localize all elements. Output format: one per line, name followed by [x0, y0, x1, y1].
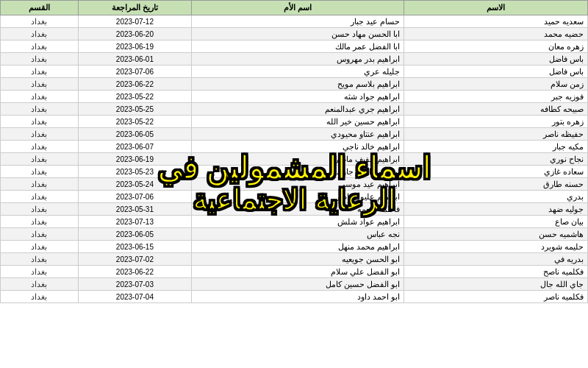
cell-mother: ابراهيم عواد شلش [191, 216, 404, 228]
data-table: الاسم اسم الأم تاريخ المراجعة القسم سعدي… [0, 0, 588, 303]
cell-date: 2023-05-23 [78, 166, 191, 178]
cell-mother: ابو الفضل علي سلام [191, 266, 404, 278]
table-row: صبيحه كطافهابراهيم جري عبدالمنعم2023-05-… [1, 103, 588, 116]
cell-city: بغداد [1, 166, 79, 178]
cell-date: 2023-05-25 [78, 103, 191, 116]
cell-date: 2023-07-04 [78, 291, 191, 303]
header-mother: اسم الأم [191, 1, 404, 15]
cell-name: صبيحه كطافه [404, 103, 587, 116]
cell-name: بدري [404, 191, 587, 203]
cell-mother: ابو الحسن جويعيه [191, 253, 404, 266]
cell-date: 2023-07-03 [78, 278, 191, 291]
table-row: حليمه شويردابراهيم محمد منهل2023-06-15بغ… [1, 241, 588, 253]
cell-date: 2023-06-15 [78, 241, 191, 253]
cell-name: زهره بتور [404, 116, 587, 128]
cell-city: بغداد [1, 191, 79, 203]
cell-name: باس فاضل [404, 66, 587, 78]
cell-mother: ابراهيم خالد ناجي [191, 141, 404, 153]
cell-city: بغداد [1, 228, 79, 241]
cell-mother: ابراهيم عليوي ناصر [191, 191, 404, 203]
cell-date: 2023-06-05 [78, 128, 191, 141]
table-row: فوزيه جبرابراهيم جواد شثه2023-05-22بغداد [1, 91, 588, 103]
cell-city: بغداد [1, 78, 79, 91]
cell-name: فكلميه ناصح [404, 266, 587, 278]
cell-date: 2023-05-22 [78, 91, 191, 103]
table-row: فكلميه ناصرابو احمد داود2023-07-04بغداد [1, 291, 588, 303]
cell-date: 2023-06-19 [78, 40, 191, 53]
cell-name: نجاح نوري [404, 153, 587, 166]
header-date: تاريخ المراجعة [78, 1, 191, 15]
table-row: هاشميه حسننجه عباس2023-06-05بغداد [1, 228, 588, 241]
cell-mother: ابو احمد داود [191, 291, 404, 303]
cell-name: زهره معان [404, 40, 587, 53]
table-row: حضيه محمدابا الحسن مهاد حسن2023-06-20بغد… [1, 28, 588, 40]
table-row: سعاده غازيابراهيم راضي جاويب2023-05-23بغ… [1, 166, 588, 178]
cell-city: بغداد [1, 141, 79, 153]
table-row: سعديه حميدحسام عيد جبار2023-07-12بغداد [1, 15, 588, 28]
cell-mother: ابراهيم جواد شثه [191, 91, 404, 103]
cell-mother: ابراهيم عنتاو محيودي [191, 128, 404, 141]
cell-mother: ابراهيم عيد موسى [191, 178, 404, 191]
cell-date: 2023-07-06 [78, 191, 191, 203]
table-row: مكيه جبارابراهيم خالد ناجي2023-06-07بغدا… [1, 141, 588, 153]
cell-mother: ابراهيم بلاسم مويح [191, 78, 404, 91]
cell-date: 2023-06-19 [78, 153, 191, 166]
cell-mother: ابراهيم جري عبدالمنعم [191, 103, 404, 116]
cell-mother: ابراهيم راضي جاويب [191, 166, 404, 178]
cell-date: 2023-07-13 [78, 216, 191, 228]
table-row: زمن سلامابراهيم بلاسم مويح2023-06-22بغدا… [1, 78, 588, 91]
cell-city: بغداد [1, 103, 79, 116]
cell-mother: فاطمه طعمه [191, 203, 404, 216]
table-row: بدريه فيابو الحسن جويعيه2023-07-02بغداد [1, 253, 588, 266]
main-container: الاسم اسم الأم تاريخ المراجعة القسم سعدي… [0, 0, 588, 368]
cell-name: سعاده غازي [404, 166, 587, 178]
cell-city: بغداد [1, 216, 79, 228]
cell-name: سعديه حميد [404, 15, 587, 28]
cell-city: بغداد [1, 291, 79, 303]
cell-name: جوليه ضهد [404, 203, 587, 216]
cell-date: 2023-05-22 [78, 116, 191, 128]
cell-name: بيان صاع [404, 216, 587, 228]
table-row: حفيظه ناصرابراهيم عنتاو محيودي2023-06-05… [1, 128, 588, 141]
cell-mother: ابا الفضل عمر مالك [191, 40, 404, 53]
cell-date: 2023-06-01 [78, 53, 191, 66]
cell-city: بغداد [1, 178, 79, 191]
cell-name: باس فاضل [404, 53, 587, 66]
header-city: القسم [1, 1, 79, 15]
table-header-row: الاسم اسم الأم تاريخ المراجعة القسم [1, 1, 588, 15]
cell-name: بدريه في [404, 253, 587, 266]
cell-name: هاشميه حسن [404, 228, 587, 241]
cell-mother: جليله عري [191, 66, 404, 78]
cell-name: فوزيه جبر [404, 91, 587, 103]
cell-date: 2023-06-22 [78, 78, 191, 91]
cell-date: 2023-05-31 [78, 203, 191, 216]
cell-date: 2023-07-12 [78, 15, 191, 28]
table-row: زهره معانابا الفضل عمر مالك2023-06-19بغد… [1, 40, 588, 53]
cell-mother: ابراهيم محمد منهل [191, 241, 404, 253]
cell-city: بغداد [1, 15, 79, 28]
cell-mother: ابراهيم حسين خير الله [191, 116, 404, 128]
table-row: باس فاضلابراهيم بدر مهروس2023-06-01بغداد [1, 53, 588, 66]
cell-city: بغداد [1, 53, 79, 66]
cell-city: بغداد [1, 28, 79, 40]
cell-city: بغداد [1, 241, 79, 253]
table-row: جوليه ضهدفاطمه طعمه2023-05-31بغداد [1, 203, 588, 216]
table-row: زهره بتورابراهيم حسين خير الله2023-05-22… [1, 116, 588, 128]
cell-date: 2023-06-07 [78, 141, 191, 153]
table-row: نجاح نوريابراهيم خفيف ماضي2023-06-19بغدا… [1, 153, 588, 166]
cell-name: حسنه طارق [404, 178, 587, 191]
cell-name: حفيظه ناصر [404, 128, 587, 141]
table-row: فكلميه ناصحابو الفضل علي سلام2023-06-22ب… [1, 266, 588, 278]
cell-mother: ابراهيم خفيف ماضي [191, 153, 404, 166]
cell-name: زمن سلام [404, 78, 587, 91]
table-row: بدريابراهيم عليوي ناصر2023-07-06بغداد [1, 191, 588, 203]
cell-city: بغداد [1, 91, 79, 103]
cell-name: فكلميه ناصر [404, 291, 587, 303]
table-row: جاي الله جالابو الفضل حسين كامل2023-07-0… [1, 278, 588, 291]
cell-date: 2023-07-02 [78, 253, 191, 266]
cell-date: 2023-06-20 [78, 28, 191, 40]
cell-city: بغداد [1, 66, 79, 78]
cell-city: بغداد [1, 116, 79, 128]
header-name: الاسم [404, 1, 587, 15]
cell-date: 2023-07-06 [78, 66, 191, 78]
